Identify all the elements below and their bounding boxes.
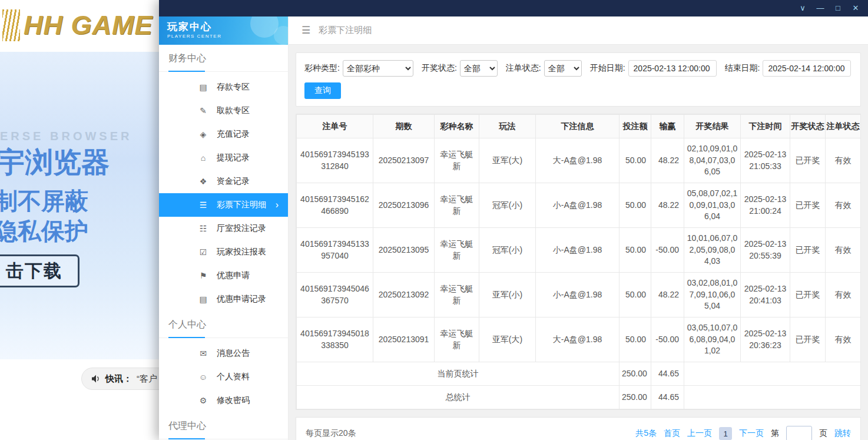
lottery-name-cell: 幸运飞艇新 (435, 138, 479, 183)
sidebar-item-withdraw-zone[interactable]: ✎取款专区 (159, 99, 288, 123)
sidebar-item-recharge-records[interactable]: ◈充值记录 (159, 123, 288, 146)
first-page-link[interactable]: 首页 (664, 428, 680, 439)
sidebar-item-hall-bet-records[interactable]: ☷厅室投注记录 (159, 217, 288, 240)
menu-toggle-icon[interactable]: ☰ (302, 24, 310, 37)
period-cell: 20250213097 (373, 138, 435, 183)
sidebar-item-label: 存款专区 (217, 82, 250, 92)
col-bet-status: 注单状态 (826, 115, 861, 138)
sidebar-item-label: 资金记录 (217, 176, 250, 187)
current-page[interactable]: 1 (719, 427, 732, 440)
next-page-link[interactable]: 下一页 (739, 428, 764, 439)
period-cell: 20250213096 (373, 183, 435, 228)
sidebar-item-funds-records[interactable]: ❖资金记录 (159, 170, 288, 193)
sidebar-item-deposit-zone[interactable]: ▤存款专区 (159, 75, 288, 99)
site-logo: HH GAME (2, 9, 153, 41)
sidebar-item-change-password[interactable]: ⚙修改密码 (159, 389, 288, 412)
window-titlebar: ∨ — □ ✕ (159, 0, 868, 16)
lottery-bet-details-icon: ☰ (198, 200, 208, 210)
result-cell: 10,01,06,07,02,05,09,08,04,03 (684, 228, 741, 273)
play-cell: 亚军(大) (479, 317, 536, 362)
window-dropdown-icon[interactable]: ∨ (794, 0, 811, 16)
draw-status-cell: 已开奖 (790, 138, 826, 183)
start-date-label: 开始日期: (590, 63, 625, 74)
sidebar-item-messages[interactable]: ✉消息公告 (159, 342, 288, 365)
funds-records-icon: ❖ (198, 177, 208, 186)
filter-panel: 彩种类型: 全部彩种 开奖状态: 全部 注单状态: (296, 52, 861, 107)
draw-status-select[interactable]: 全部 (460, 60, 498, 77)
sidebar-section: 代理中心 (159, 412, 288, 439)
amount-cell: 50.00 (619, 273, 651, 317)
banner-headline-3: 隐私保护 (0, 215, 88, 247)
summary-win-loss: 44.65 (651, 362, 684, 386)
table-row: 40156917394516246689020250213096幸运飞艇新冠军(… (297, 183, 861, 228)
download-button[interactable]: 击下载 (0, 254, 79, 287)
page-lower-area: 快讯： “客户 (0, 359, 177, 440)
amount-cell: 50.00 (619, 138, 651, 183)
bet-info-cell: 小-A盘@1.98 (536, 228, 619, 273)
jump-button[interactable]: 跳转 (834, 428, 851, 439)
sidebar-item-label: 修改密码 (217, 395, 250, 406)
start-date-input[interactable] (628, 60, 717, 77)
bet-status-select[interactable]: 全部 (544, 60, 582, 77)
sidebar: 玩家中心 PLAYERS CENTER 财务中心▤存款专区✎取款专区◈充值记录⌂… (159, 16, 289, 440)
bet-number-cell: 401569173945133957040 (297, 228, 373, 273)
speaker-icon (91, 375, 101, 383)
play-cell: 亚军(小) (479, 273, 536, 317)
ticker-text: “客户 (137, 373, 157, 385)
col-amount: 投注额 (619, 115, 651, 138)
bet-status-label: 注单状态: (506, 63, 541, 74)
col-bet-time: 下注时间 (741, 115, 790, 138)
sidebar-item-promo-apply-records[interactable]: ▤优惠申请记录 (159, 287, 288, 311)
sidebar-item-label: 提现记录 (217, 153, 250, 163)
sidebar-header: 玩家中心 PLAYERS CENTER (159, 16, 288, 45)
bet-status-cell: 有效 (826, 183, 861, 228)
result-cell: 03,05,10,07,06,08,09,04,01,02 (684, 317, 741, 362)
col-win-loss: 输赢 (651, 115, 684, 138)
result-cell: 03,02,08,01,07,09,10,06,05,04 (684, 273, 741, 317)
window-close-icon[interactable]: ✕ (847, 0, 864, 16)
sidebar-item-label: 优惠申请记录 (217, 294, 266, 305)
bet-info-cell: 大-A盘@1.98 (536, 317, 619, 362)
sidebar-item-profile[interactable]: ☺个人资料 (159, 365, 288, 389)
main-area: ☰ 彩票下注明细 彩种类型: 全部彩种 开奖状态: (289, 16, 868, 440)
promo-apply-records-icon: ▤ (198, 295, 208, 304)
period-cell: 20250213091 (373, 317, 435, 362)
bet-time-cell: 2025-02-13 21:00:24 (741, 183, 790, 228)
jump-label-suffix: 页 (819, 428, 827, 439)
table-row: 40156917394504636757020250213092幸运飞艇新亚军(… (297, 273, 861, 317)
lottery-name-cell: 幸运飞艇新 (435, 228, 479, 273)
summary-win-loss: 44.65 (651, 386, 684, 409)
col-period: 期数 (373, 115, 435, 138)
win-loss-cell: -50.00 (651, 317, 684, 362)
sidebar-item-player-bet-report[interactable]: ☑玩家投注报表 (159, 240, 288, 264)
col-draw-status: 开奖状态 (790, 115, 826, 138)
window-minimize-icon[interactable]: — (811, 0, 829, 16)
play-cell: 冠军(小) (479, 183, 536, 228)
sidebar-item-withdrawal-records[interactable]: ⌂提现记录 (159, 146, 288, 170)
amount-cell: 50.00 (619, 317, 651, 362)
win-loss-cell: -50.00 (651, 228, 684, 273)
sidebar-item-promo-apply[interactable]: ⚑优惠申请 (159, 264, 288, 287)
window-maximize-icon[interactable]: □ (829, 0, 847, 16)
bet-time-cell: 2025-02-13 20:55:39 (741, 228, 790, 273)
table-header-row: 注单号 期数 彩种名称 玩法 下注信息 投注额 输赢 开奖结果 下注时间 开奖状… (297, 115, 861, 138)
sidebar-item-label: 消息公告 (217, 348, 250, 359)
page-title: 彩票下注明细 (319, 25, 372, 36)
sidebar-item-label: 玩家投注报表 (217, 247, 266, 257)
play-cell: 亚军(大) (479, 138, 536, 183)
table-row: 40156917394501833835020250213091幸运飞艇新亚军(… (297, 317, 861, 362)
sidebar-item-lottery-bet-details[interactable]: ☰彩票下注明细› (159, 193, 288, 217)
end-date-input[interactable] (763, 60, 851, 77)
sidebar-subtitle: PLAYERS CENTER (167, 34, 288, 39)
query-button[interactable]: 查询 (304, 82, 341, 99)
prev-page-link[interactable]: 上一页 (687, 428, 712, 439)
sidebar-section-title: 个人中心 (159, 311, 288, 338)
bet-status-cell: 有效 (826, 228, 861, 273)
page-jump-input[interactable] (786, 426, 812, 440)
chevron-right-icon: › (276, 200, 279, 210)
sidebar-item-label: 彩票下注明细 (217, 200, 266, 210)
lottery-type-select[interactable]: 全部彩种 (343, 60, 413, 77)
messages-icon: ✉ (198, 349, 208, 358)
draw-status-cell: 已开奖 (790, 317, 826, 362)
deposit-zone-icon: ▤ (198, 82, 208, 92)
